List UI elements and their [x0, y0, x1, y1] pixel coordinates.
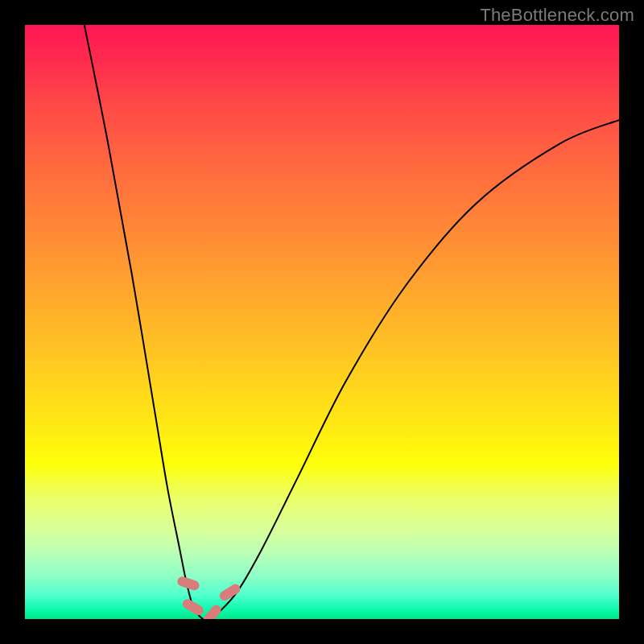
- curve-markers-group: [176, 576, 242, 619]
- curve-marker: [181, 597, 205, 617]
- curve-marker: [176, 576, 200, 592]
- bottleneck-curve-path: [85, 25, 619, 619]
- chart-plot-area: [25, 25, 619, 619]
- curve-marker: [201, 603, 223, 619]
- watermark-text: TheBottleneck.com: [480, 5, 634, 26]
- curve-marker: [218, 582, 242, 602]
- bottleneck-curve-svg: [25, 25, 619, 619]
